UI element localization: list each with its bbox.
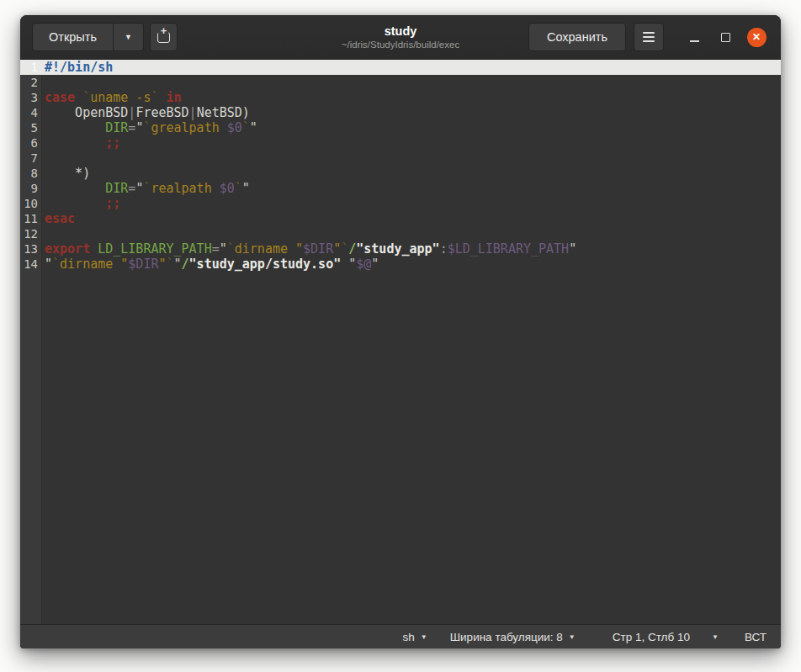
code-line-content xyxy=(42,75,781,90)
code-line-content: DIR="`realpath $0`" xyxy=(42,181,781,196)
open-dropdown-button[interactable]: ▼ xyxy=(114,23,144,51)
line-number: 2 xyxy=(20,75,42,90)
code-lines: 1#!/bin/sh23case `uname -s` in4 OpenBSD|… xyxy=(20,60,781,272)
tab-width-selector[interactable]: Ширина табуляции: 8 ▼ xyxy=(450,631,576,643)
code-line-content: ;; xyxy=(42,196,781,211)
line-number: 3 xyxy=(20,90,42,105)
code-line[interactable]: 11esac xyxy=(20,211,781,226)
code-line[interactable]: 6 ;; xyxy=(20,135,781,151)
open-button-label: Открыть xyxy=(49,30,97,44)
line-number: 14 xyxy=(20,257,42,272)
line-number: 12 xyxy=(20,226,42,241)
caret-down-icon: ▼ xyxy=(421,633,427,641)
open-button[interactable]: Открыть xyxy=(32,23,114,51)
code-line-content: export LD_LIBRARY_PATH="`dirname "$DIR"`… xyxy=(42,241,781,257)
minimize-button[interactable] xyxy=(682,24,707,50)
cursor-position-label: Стр 1, Стлб 10 xyxy=(613,631,690,643)
line-number: 10 xyxy=(20,196,42,211)
window-controls: ✕ xyxy=(676,24,769,50)
header-right-controls: Сохранить ✕ xyxy=(528,23,769,51)
code-line-content: *) xyxy=(42,166,781,181)
line-number: 11 xyxy=(20,211,42,226)
code-line-content: esac xyxy=(42,211,781,226)
save-button[interactable]: Сохранить xyxy=(528,23,626,51)
line-number: 8 xyxy=(20,166,42,181)
code-line-content: DIR="`grealpath $0`" xyxy=(42,120,781,135)
code-line-content: #!/bin/sh xyxy=(42,60,781,75)
document-path: ~/idris/StudyIdris/build/exec xyxy=(342,39,459,50)
open-split-button: Открыть ▼ xyxy=(32,23,144,51)
hamburger-menu-button[interactable] xyxy=(634,23,664,51)
code-line[interactable]: 9 DIR="`realpath $0`" xyxy=(20,181,781,196)
gedit-window: Открыть ▼ + study ~/idris/StudyIdris/bui… xyxy=(20,15,781,648)
line-number: 13 xyxy=(20,241,42,257)
caret-down-icon: ▼ xyxy=(125,33,132,41)
language-selector[interactable]: sh ▼ xyxy=(403,631,427,643)
code-line-content: OpenBSD|FreeBSD|NetBSD) xyxy=(42,105,781,120)
line-number: 5 xyxy=(20,120,42,135)
close-icon: ✕ xyxy=(747,28,767,47)
maximize-icon xyxy=(721,33,730,42)
line-number: 6 xyxy=(20,135,42,151)
line-number: 1 xyxy=(20,60,42,75)
code-line[interactable]: 14"`dirname "$DIR"`"/"study_app/study.so… xyxy=(20,257,781,272)
code-line-content xyxy=(42,226,781,241)
line-number: 9 xyxy=(20,181,42,196)
code-line[interactable]: 7 xyxy=(20,151,781,166)
code-line-content: ;; xyxy=(42,135,781,151)
code-line[interactable]: 13export LD_LIBRARY_PATH="`dirname "$DIR… xyxy=(20,241,781,257)
caret-down-icon: ▼ xyxy=(712,633,719,641)
code-line[interactable]: 10 ;; xyxy=(20,196,781,211)
document-title: study xyxy=(342,24,459,39)
code-line[interactable]: 2 xyxy=(20,75,781,90)
header-bar: Открыть ▼ + study ~/idris/StudyIdris/bui… xyxy=(20,15,781,60)
code-line[interactable]: 1#!/bin/sh xyxy=(20,60,781,75)
close-button[interactable]: ✕ xyxy=(744,24,769,50)
status-bar: sh ▼ Ширина табуляции: 8 ▼ Стр 1, Стлб 1… xyxy=(20,624,781,648)
code-line-content: "`dirname "$DIR"`"/"study_app/study.so" … xyxy=(42,257,781,272)
code-line[interactable]: 12 xyxy=(20,226,781,241)
maximize-button[interactable] xyxy=(713,24,738,50)
code-line-content: case `uname -s` in xyxy=(42,90,781,105)
text-editor-area[interactable]: 1#!/bin/sh23case `uname -s` in4 OpenBSD|… xyxy=(20,60,781,624)
goto-line-dropdown[interactable]: ▼ xyxy=(712,633,719,641)
new-document-button[interactable]: + xyxy=(150,23,178,51)
save-button-label: Сохранить xyxy=(547,30,607,44)
tab-width-label: Ширина табуляции: 8 xyxy=(450,631,563,643)
code-line[interactable]: 3case `uname -s` in xyxy=(20,90,781,105)
minimize-icon xyxy=(690,40,699,42)
hamburger-icon xyxy=(643,32,655,34)
code-line-content xyxy=(42,151,781,166)
line-number: 7 xyxy=(20,151,42,166)
insert-mode-indicator: ВСТ xyxy=(745,631,767,643)
code-line[interactable]: 5 DIR="`grealpath $0`" xyxy=(20,120,781,135)
language-label: sh xyxy=(403,631,415,643)
window-title-block: study ~/idris/StudyIdris/build/exec xyxy=(342,24,459,50)
caret-down-icon: ▼ xyxy=(569,633,576,641)
code-line[interactable]: 4 OpenBSD|FreeBSD|NetBSD) xyxy=(20,105,781,120)
line-number: 4 xyxy=(20,105,42,120)
code-line[interactable]: 8 *) xyxy=(20,166,781,181)
new-document-icon: + xyxy=(157,32,170,43)
